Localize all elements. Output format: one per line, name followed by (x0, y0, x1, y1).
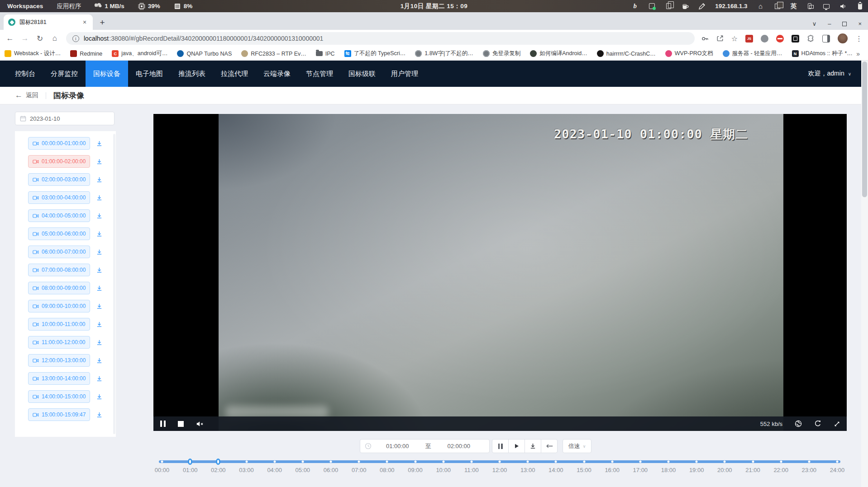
password-key-icon[interactable] (701, 35, 709, 43)
recording-range-button[interactable]: 06:00:00-07:00:00 (28, 246, 90, 258)
tab-search-chevron-icon[interactable]: ∨ (812, 20, 817, 27)
download-button[interactable] (96, 140, 103, 147)
download-button[interactable] (96, 267, 103, 274)
bookmark-item[interactable]: 免登录复制 (483, 50, 521, 57)
playback-speed-dropdown[interactable]: 倍速 ∨ (563, 439, 591, 453)
recording-range-button[interactable]: 12:00:00-13:00:00 (28, 354, 90, 367)
download-button[interactable] (96, 393, 103, 400)
color-picker-tray-icon[interactable] (698, 3, 706, 10)
scrollbar-thumb[interactable] (862, 61, 867, 197)
bookmark-item[interactable]: RFC2833 – RTP Ev… (241, 50, 306, 57)
site-info-icon[interactable]: i (72, 35, 79, 42)
nav-tab[interactable]: 控制台 (7, 61, 43, 87)
seek-back-button[interactable] (541, 439, 558, 453)
user-menu[interactable]: 欢迎，admin ∨ (808, 61, 861, 87)
snapshot-aperture-icon[interactable] (795, 420, 802, 427)
recording-range-button[interactable]: 05:00:00-06:00:00 (28, 227, 90, 240)
download-button[interactable] (96, 357, 103, 364)
recording-range-button[interactable]: 15:00:00-15:09:47 (28, 408, 90, 421)
address-bar[interactable]: i localhost:38080/#/gbRecordDetail/34020… (66, 32, 695, 45)
player-pause-icon[interactable] (160, 421, 166, 427)
download-button[interactable] (96, 249, 103, 255)
home-tray-icon[interactable]: ⌂ (757, 3, 764, 10)
download-button[interactable] (96, 411, 103, 418)
player-stop-icon[interactable] (178, 421, 184, 427)
nav-tab[interactable]: 分屏监控 (43, 61, 86, 87)
recording-range-button[interactable]: 08:00:00-09:00:00 (28, 282, 90, 294)
download-range-button[interactable] (525, 439, 541, 453)
workspaces-button[interactable]: Workspaces (7, 3, 43, 9)
timeline-handle[interactable] (188, 459, 192, 465)
download-button[interactable] (96, 176, 103, 183)
page-scrollbar[interactable] (861, 61, 868, 487)
bookmark-item[interactable]: 知 了不起的 TypeScri… (344, 50, 406, 57)
bookmark-item[interactable]: 1.8W字|了不起的… (415, 50, 473, 57)
bookmark-item[interactable]: N HDAtmos :: 种子 *… (792, 50, 853, 57)
bookmark-item[interactable]: Webstack - 设计… (5, 50, 61, 57)
window-close-button[interactable]: × (858, 20, 862, 27)
caffeine-tray-icon[interactable] (682, 3, 689, 10)
recording-range-button[interactable]: 03:00:00-04:00:00 (28, 191, 90, 204)
input-method-indicator[interactable]: 英 (791, 2, 797, 10)
display-tray-icon[interactable] (823, 3, 830, 10)
bookmark-item[interactable]: hairrrrr/C-CrashC… (597, 50, 656, 57)
nav-tab[interactable]: 云端录像 (256, 61, 298, 87)
play-button[interactable] (508, 439, 525, 453)
battery-tray-icon[interactable] (856, 3, 863, 10)
bookmark-item[interactable]: 服务器 - 轻量应用… (723, 50, 782, 57)
nav-tab[interactable]: 节点管理 (298, 61, 341, 87)
extension-js-icon[interactable]: JS (745, 35, 753, 43)
recording-range-button[interactable]: 07:00:00-08:00:00 (28, 264, 90, 276)
extension-robber-icon[interactable] (761, 35, 768, 43)
bookmark-item[interactable]: Redmine (70, 50, 102, 57)
tab-close-icon[interactable]: × (81, 19, 88, 26)
volume-tray-icon[interactable] (839, 3, 847, 10)
nav-tab[interactable]: 用户管理 (383, 61, 426, 87)
download-button[interactable] (96, 303, 103, 310)
memory-indicator[interactable]: 8% (174, 3, 193, 10)
notes-tray-icon[interactable] (648, 3, 655, 10)
nav-tab[interactable]: 国标级联 (341, 61, 383, 87)
nav-tab[interactable]: 推流列表 (171, 61, 213, 87)
download-button[interactable] (96, 231, 103, 237)
kdeconnect-tray-icon[interactable] (806, 3, 813, 10)
download-button[interactable] (96, 194, 103, 201)
browser-tab[interactable]: 国标28181 × (4, 14, 93, 30)
side-panel-icon[interactable] (822, 35, 830, 43)
reload-button[interactable]: ↻ (35, 34, 45, 43)
cpu-indicator[interactable]: 39% (138, 3, 160, 10)
timeline-slider[interactable]: 00:0001:0002:0003:0004:0005:0006:0007:00… (159, 457, 840, 478)
new-tab-button[interactable]: + (96, 17, 108, 28)
time-range-input[interactable]: 01:00:00 至 02:00:00 (360, 439, 490, 453)
bookmark-item[interactable]: QNAP Turbo NAS (177, 50, 232, 57)
bookmark-star-icon[interactable]: ☆ (731, 34, 738, 43)
clock[interactable]: 1月10日 星期二 15：09 (401, 2, 468, 10)
pause-button[interactable] (492, 439, 509, 453)
applications-menu[interactable]: 应用程序 (57, 2, 81, 10)
recording-range-button[interactable]: 09:00:00-10:00:00 (28, 300, 90, 312)
recording-range-button[interactable]: 14:00:00-15:00:00 (28, 390, 90, 403)
download-button[interactable] (96, 213, 103, 219)
window-minimize-button[interactable]: – (828, 20, 831, 27)
download-button[interactable] (96, 158, 103, 165)
browser-home-button[interactable]: ⌂ (50, 34, 60, 43)
nav-tab[interactable]: 电子地图 (128, 61, 171, 87)
timeline-handle[interactable] (216, 459, 220, 465)
extensions-puzzle-icon[interactable] (807, 35, 815, 43)
bookmark-item[interactable]: IPC (316, 51, 335, 57)
clipboard-tray-icon[interactable] (665, 3, 672, 10)
recording-range-button[interactable]: 13:00:00-14:00:00 (28, 372, 90, 385)
bookmarks-overflow-icon[interactable]: » (856, 50, 868, 57)
back-button[interactable]: ← (5, 34, 15, 43)
extension-blocker-icon[interactable] (776, 35, 784, 43)
download-button[interactable] (96, 339, 103, 346)
fullscreen-icon[interactable] (834, 421, 840, 427)
bookmark-item[interactable]: C java、android可… (112, 50, 167, 57)
workspaces-tray-icon[interactable] (774, 3, 781, 10)
nav-tab[interactable]: 拉流代理 (213, 61, 256, 87)
nav-tab[interactable]: 国标设备 (86, 61, 128, 87)
back-link[interactable]: ← 返回 (15, 91, 38, 100)
recording-range-button[interactable]: 00:00:00-01:00:00 (28, 137, 90, 150)
recording-range-button[interactable]: 10:00:00-11:00:00 (28, 318, 90, 331)
window-maximize-button[interactable] (842, 22, 847, 26)
